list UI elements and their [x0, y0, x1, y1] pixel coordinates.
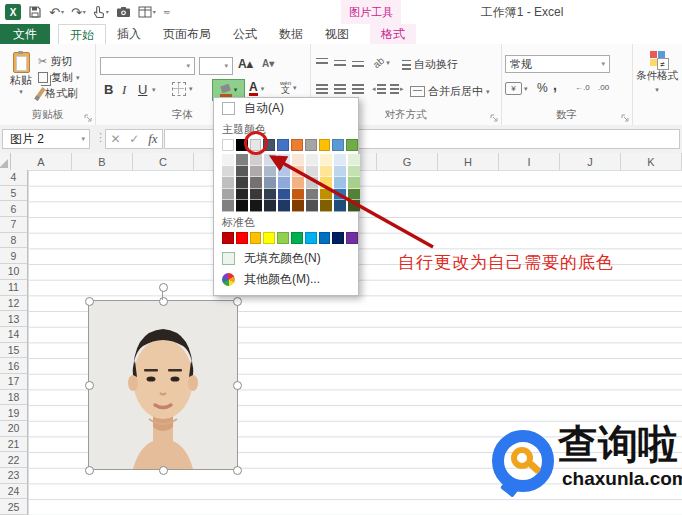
theme-variant-swatch-8-4[interactable]	[334, 200, 346, 212]
theme-variant-swatch-2-2[interactable]	[250, 177, 262, 189]
resize-handle-middle-left[interactable]	[85, 381, 94, 390]
theme-variant-swatch-9-2[interactable]	[348, 177, 360, 189]
theme-variant-swatch-3-0[interactable]	[264, 154, 276, 166]
theme-variant-swatch-1-1[interactable]	[236, 166, 248, 178]
resize-handle-bottom-center[interactable]	[159, 466, 168, 475]
font-size-combobox[interactable]: ▾	[199, 57, 233, 75]
standard-color-swatch-8[interactable]	[332, 232, 344, 244]
theme-color-swatch-0[interactable]	[222, 139, 234, 151]
conditional-formatting-button[interactable]: ≠ 条件格式 ▾	[635, 51, 679, 94]
column-header-C[interactable]: C	[133, 153, 194, 170]
row-header-25[interactable]: 25	[0, 499, 27, 515]
theme-variant-swatch-0-2[interactable]	[222, 177, 234, 189]
format-painter-button[interactable]: 格式刷	[38, 86, 78, 101]
theme-variant-swatch-7-1[interactable]	[320, 166, 332, 178]
column-header-A[interactable]: A	[11, 153, 72, 170]
tab-view[interactable]: 视图	[314, 24, 360, 44]
theme-variant-swatch-4-4[interactable]	[278, 200, 290, 212]
column-header-J[interactable]: J	[560, 153, 621, 170]
bold-button[interactable]: B	[104, 82, 113, 97]
theme-variant-swatch-1-3[interactable]	[236, 189, 248, 201]
theme-variant-swatch-9-4[interactable]	[348, 200, 360, 212]
underline-button[interactable]: U	[138, 82, 147, 97]
cut-button[interactable]: ✂ 剪切	[38, 54, 72, 69]
theme-variant-swatch-2-3[interactable]	[250, 189, 262, 201]
fill-color-dropdown-arrow[interactable]: ▾	[234, 86, 238, 94]
row-header-7[interactable]: 7	[0, 217, 27, 233]
number-format-combobox[interactable]: 常规▾	[505, 55, 610, 73]
cancel-icon[interactable]: ✕	[110, 132, 120, 146]
row-header-19[interactable]: 19	[0, 405, 27, 421]
column-header-I[interactable]: I	[499, 153, 560, 170]
save-icon[interactable]	[28, 5, 42, 19]
phonetic-guide-button[interactable]: wén 文 ▾	[280, 80, 297, 95]
switch-windows-button[interactable]: ▾	[138, 6, 156, 18]
rotation-handle[interactable]	[159, 283, 168, 292]
row-header-5[interactable]: 5	[0, 186, 27, 202]
row-header-16[interactable]: 16	[0, 358, 27, 374]
row-header-21[interactable]: 21	[0, 437, 27, 453]
theme-variant-swatch-6-0[interactable]	[306, 154, 318, 166]
font-name-combobox[interactable]: ▾	[100, 57, 195, 75]
increase-indent-button[interactable]: ▸	[390, 84, 404, 94]
excel-logo-icon[interactable]: X	[5, 4, 21, 20]
standard-color-swatch-5[interactable]	[291, 232, 303, 244]
more-colors-item[interactable]: 其他颜色(M)...	[214, 269, 358, 290]
theme-variant-swatch-1-0[interactable]	[236, 154, 248, 166]
alignment-dialog-launcher[interactable]	[490, 114, 498, 122]
no-fill-item[interactable]: 无填充颜色(N)	[214, 248, 358, 269]
row-header-18[interactable]: 18	[0, 390, 27, 406]
row-header-6[interactable]: 6	[0, 201, 27, 217]
resize-handle-bottom-left[interactable]	[85, 466, 94, 475]
theme-variant-swatch-2-4[interactable]	[250, 200, 262, 212]
orientation-button[interactable]: ab ▾	[373, 57, 390, 68]
theme-color-swatch-7[interactable]	[319, 139, 331, 151]
row-header-22[interactable]: 22	[0, 452, 27, 468]
top-align-button[interactable]	[316, 58, 328, 65]
theme-color-swatch-5[interactable]	[291, 139, 303, 151]
decrease-decimal-button[interactable]: .00	[598, 83, 609, 92]
standard-color-swatch-7[interactable]	[319, 232, 331, 244]
theme-variant-swatch-3-1[interactable]	[264, 166, 276, 178]
resize-handle-bottom-right[interactable]	[233, 466, 242, 475]
shrink-font-button[interactable]: A▾	[262, 58, 274, 69]
increase-decimal-button[interactable]: ←.0	[575, 83, 590, 92]
touch-mode-button[interactable]: ▾	[93, 5, 109, 19]
tab-insert[interactable]: 插入	[106, 24, 152, 44]
align-center-button[interactable]	[334, 84, 346, 94]
font-color-button[interactable]: A▾	[249, 82, 264, 96]
camera-icon[interactable]	[116, 6, 131, 18]
standard-color-swatch-9[interactable]	[346, 232, 358, 244]
theme-variant-swatch-9-1[interactable]	[348, 166, 360, 178]
theme-variant-swatch-4-2[interactable]	[278, 177, 290, 189]
theme-variant-swatch-0-1[interactable]	[222, 166, 234, 178]
column-header-B[interactable]: B	[72, 153, 133, 170]
tab-formulas[interactable]: 公式	[222, 24, 268, 44]
theme-variant-swatch-5-4[interactable]	[292, 200, 304, 212]
theme-variant-swatch-6-2[interactable]	[306, 177, 318, 189]
theme-variant-swatch-7-4[interactable]	[320, 200, 332, 212]
theme-variant-swatch-7-2[interactable]	[320, 177, 332, 189]
automatic-color-item[interactable]: 自动(A)	[214, 98, 358, 119]
resize-handle-top-center[interactable]	[159, 297, 168, 306]
tab-home[interactable]: 开始	[58, 24, 106, 45]
theme-variant-swatch-0-0[interactable]	[222, 154, 234, 166]
row-header-24[interactable]: 24	[0, 484, 27, 500]
tab-picture-format[interactable]: 格式	[370, 24, 416, 44]
theme-variant-swatch-8-3[interactable]	[334, 189, 346, 201]
merge-center-button[interactable]: 合并后居中▾	[410, 84, 490, 99]
standard-color-swatch-3[interactable]	[263, 232, 275, 244]
theme-variant-swatch-8-2[interactable]	[334, 177, 346, 189]
theme-variant-swatch-8-0[interactable]	[334, 154, 346, 166]
tab-page-layout[interactable]: 页面布局	[152, 24, 222, 44]
theme-variant-swatch-5-0[interactable]	[292, 154, 304, 166]
standard-color-swatch-1[interactable]	[236, 232, 248, 244]
theme-variant-swatch-3-3[interactable]	[264, 189, 276, 201]
select-all-corner[interactable]	[0, 153, 11, 170]
theme-variant-swatch-5-1[interactable]	[292, 166, 304, 178]
align-right-button[interactable]	[352, 84, 364, 94]
name-box[interactable]: 图片 2 ▾	[2, 129, 90, 149]
theme-variant-swatch-4-1[interactable]	[278, 166, 290, 178]
decrease-indent-button[interactable]: ◂	[372, 84, 386, 94]
theme-variant-swatch-5-3[interactable]	[292, 189, 304, 201]
